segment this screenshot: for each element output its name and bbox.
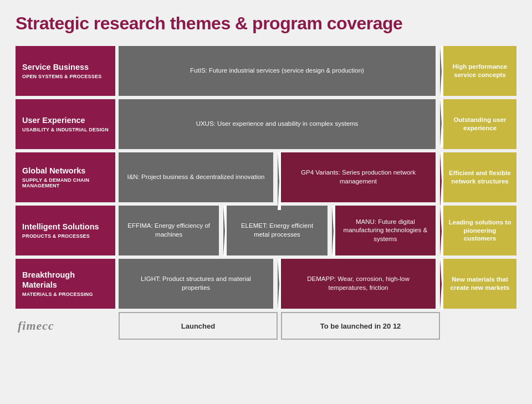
status-area: Launched To be launched in 20 12	[119, 312, 516, 340]
arrow-light: LIGHT: Product structures and material p…	[119, 259, 273, 309]
category-title-is: Intelligent Solutions	[22, 222, 109, 232]
category-sub-ux: USABILITY & INDUSTRIAL DESIGN	[22, 127, 109, 132]
arrow-gp4: GP4 Variants: Series production network …	[281, 152, 436, 202]
content-area-r3: I&N: Project business & decentralized in…	[119, 152, 516, 202]
page: Strategic research themes & program cove…	[0, 0, 532, 404]
category-title-ux: User Experience	[22, 116, 109, 125]
category-sub-is: PRODUCTS & PROCESSES	[22, 233, 109, 239]
arrow-futis: FutIS: Future industrial services (servi…	[119, 46, 436, 96]
logo-area: fimecc	[16, 312, 115, 340]
arrow-manu: MANU: Future digital manufacturing techn…	[335, 206, 436, 255]
left-panel-is: Intelligent Solutions PRODUCTS & PROCESS…	[16, 206, 115, 255]
badge-ux: Outstanding user experience	[443, 99, 516, 149]
category-sub-gn: SUPPLY & DEMAND CHAIN MANAGEMENT	[22, 177, 109, 188]
badge-is: Leading solutions to pioneering customer…	[443, 206, 516, 255]
row-service-business: Service Business OPEN SYSTEMS & PROCESSE…	[16, 46, 516, 96]
status-launched: Launched	[119, 312, 278, 340]
arrow-uxus: UXUS: User experience and usability in c…	[119, 99, 436, 149]
badge-bm: New materials that create new markets	[443, 259, 516, 309]
left-panel-service: Service Business OPEN SYSTEMS & PROCESSE…	[16, 46, 115, 96]
category-sub-bm: MATERIALS & PROCESSING	[22, 292, 109, 297]
main-rows: Service Business OPEN SYSTEMS & PROCESSE…	[16, 46, 516, 309]
badge-gn: Efficient and flexible network structure…	[443, 152, 516, 202]
category-title-bm: Breakthrough Materials	[22, 270, 109, 290]
content-area-r2: UXUS: User experience and usability in c…	[119, 99, 516, 149]
fimecc-logo: fimecc	[18, 319, 54, 333]
page-title: Strategic research themes & program cove…	[16, 13, 516, 34]
status-to-be-launched: To be launched in 20 12	[281, 312, 440, 340]
left-panel-ux: User Experience USABILITY & INDUSTRIAL D…	[16, 99, 115, 149]
content-area-r5: LIGHT: Product structures and material p…	[119, 259, 516, 309]
row-breakthrough: Breakthrough Materials MATERIALS & PROCE…	[16, 259, 516, 309]
arrow-effima: EFFIMA: Energy efficiency of machines	[119, 206, 219, 255]
arrow-ian: I&N: Project business & decentralized in…	[119, 152, 273, 202]
row-intelligent: Intelligent Solutions PRODUCTS & PROCESS…	[16, 206, 516, 255]
row-global-networks: Global Networks SUPPLY & DEMAND CHAIN MA…	[16, 152, 516, 202]
category-sub-service: OPEN SYSTEMS & PROCESSES	[22, 74, 109, 79]
content-area-r1: FutIS: Future industrial services (servi…	[119, 46, 516, 96]
category-title-gn: Global Networks	[22, 166, 109, 176]
left-panel-gn: Global Networks SUPPLY & DEMAND CHAIN MA…	[16, 152, 115, 202]
category-title-service: Service Business	[22, 63, 109, 72]
arrow-elemet: ELEMET: Energy efficient metal processes	[227, 206, 327, 255]
content-area-r4: EFFIMA: Energy efficiency of machines EL…	[119, 206, 516, 255]
left-panel-bm: Breakthrough Materials MATERIALS & PROCE…	[16, 259, 115, 309]
bottom-row: fimecc Launched To be launched in 20 12	[16, 312, 516, 340]
badge-service: High performance service concepts	[443, 46, 516, 96]
arrow-demapp: DEMAPP: Wear, corrosion, high-low temper…	[281, 259, 436, 309]
row-user-experience: User Experience USABILITY & INDUSTRIAL D…	[16, 99, 516, 149]
